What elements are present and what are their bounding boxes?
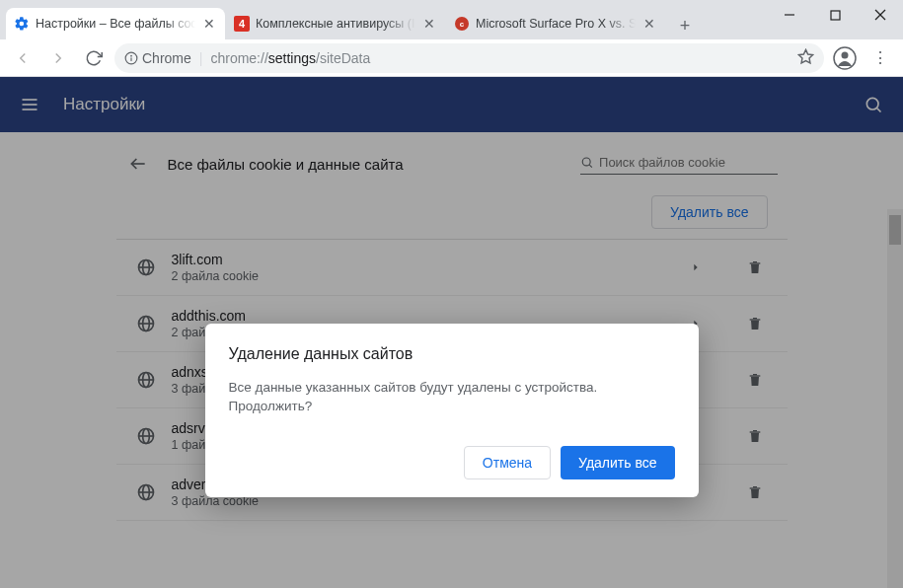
- browser-tab-1[interactable]: 4 Комплексные антивирусы (In ✕: [226, 8, 445, 39]
- profile-avatar-button[interactable]: [830, 43, 860, 73]
- window-titlebar: Настройки – Все файлы cookie ✕ 4 Комплек…: [0, 0, 903, 39]
- minimize-button[interactable]: [767, 0, 812, 30]
- reload-button[interactable]: [79, 43, 109, 73]
- browser-tab-2[interactable]: c Microsoft Surface Pro X vs. Samsung ✕: [446, 8, 665, 39]
- tab-title: Microsoft Surface Pro X vs. Samsung: [476, 17, 636, 31]
- favicon-icon: c: [454, 16, 470, 32]
- confirm-dialog: Удаление данных сайтов Все данные указан…: [205, 324, 699, 497]
- site-identity-icon[interactable]: Chrome: [124, 50, 191, 66]
- browser-menu-button[interactable]: ⋮: [865, 43, 895, 73]
- favicon-icon: 4: [234, 16, 250, 32]
- window-controls: [767, 0, 903, 30]
- close-icon[interactable]: ✕: [421, 16, 437, 32]
- tab-title: Комплексные антивирусы (In: [256, 17, 415, 31]
- secure-label: Chrome: [142, 50, 191, 66]
- close-window-button[interactable]: [858, 0, 903, 30]
- bookmark-star-icon[interactable]: [797, 48, 814, 68]
- confirm-button[interactable]: Удалить все: [561, 446, 674, 479]
- cancel-button[interactable]: Отмена: [464, 446, 551, 479]
- new-tab-button[interactable]: +: [671, 12, 699, 39]
- forward-button[interactable]: [43, 43, 73, 73]
- tab-title: Настройки – Все файлы cookie: [36, 17, 195, 31]
- dialog-title: Удаление данных сайтов: [229, 345, 675, 363]
- svg-point-9: [842, 51, 849, 58]
- maximize-button[interactable]: [812, 0, 858, 30]
- back-button[interactable]: [8, 43, 38, 73]
- svg-rect-1: [831, 11, 840, 20]
- dialog-body: Все данные указанных сайтов будут удален…: [229, 379, 675, 416]
- url-text: chrome://settings/siteData: [210, 50, 790, 66]
- gear-icon: [14, 16, 30, 32]
- page-content: Настройки Все файлы cookie и данные сайт…: [0, 77, 903, 588]
- close-icon[interactable]: ✕: [641, 16, 657, 32]
- browser-tab-0[interactable]: Настройки – Все файлы cookie ✕: [6, 8, 225, 39]
- tab-strip: Настройки – Все файлы cookie ✕ 4 Комплек…: [6, 0, 699, 39]
- svg-point-5: [130, 54, 132, 56]
- svg-rect-6: [130, 57, 131, 61]
- dialog-actions: Отмена Удалить все: [229, 446, 675, 479]
- address-bar[interactable]: Chrome | chrome://settings/siteData: [114, 43, 824, 73]
- svg-marker-7: [798, 49, 812, 62]
- close-icon[interactable]: ✕: [201, 16, 217, 32]
- browser-toolbar: Chrome | chrome://settings/siteData ⋮: [0, 39, 903, 77]
